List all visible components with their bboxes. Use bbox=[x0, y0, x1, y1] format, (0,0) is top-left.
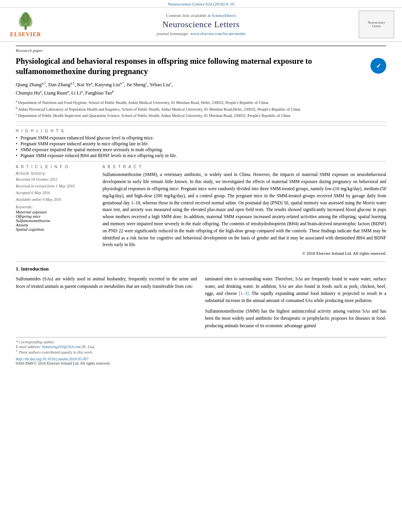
highlight-item-4: Prgnant SMM exposure reduced BH4 and BDN… bbox=[16, 153, 386, 158]
highlight-item-3: SMM exposure impaired the spatial memory… bbox=[16, 147, 386, 152]
title-area: Physiological and behavioral responses i… bbox=[16, 56, 386, 76]
accepted-date: Accepted 6 May 2016 bbox=[16, 191, 95, 195]
keyword-2: Offspring mice bbox=[16, 214, 95, 219]
keyword-3: Sulfamonomethoxine bbox=[16, 219, 95, 223]
svg-point-4 bbox=[22, 12, 29, 23]
received-date: Received 18 October 2015 bbox=[16, 177, 95, 182]
author-list: Qiang Zhanga,1, Dan Zhanga,1, Kui Yea, K… bbox=[16, 82, 173, 96]
keywords-label: Keywords: bbox=[16, 205, 95, 209]
highlights-label: H I G H L I G H T S bbox=[16, 129, 386, 133]
history-label: Article history: bbox=[16, 171, 95, 176]
journal-header: ELSEVIER Contents lists available at Sci… bbox=[0, 7, 402, 42]
introduction-two-col: Sulfonamides (SAs) are widely used in an… bbox=[16, 275, 386, 329]
authors-line: Qiang Zhanga,1, Dan Zhanga,1, Kui Yea, K… bbox=[16, 80, 386, 97]
article-info-label: A R T I C L E I N F O bbox=[16, 165, 95, 169]
contents-line: Contents lists available at ScienceDirec… bbox=[43, 13, 359, 18]
email-person: (K. Liu). bbox=[82, 345, 95, 349]
received-revised-date: Received in revised form 1 May 2016 bbox=[16, 184, 95, 188]
elsevier-tree-icon bbox=[16, 11, 35, 31]
email-label: E-mail address: bbox=[16, 345, 41, 349]
copyright-line: © 2016 Elsevier Ireland Ltd. All rights … bbox=[102, 251, 386, 256]
footer-notes: * Corresponding author. E-mail address: … bbox=[16, 337, 386, 365]
intro-col-left: Sulfonamides (SAs) are widely used in an… bbox=[16, 275, 197, 329]
email-note: E-mail address: liukaiying163@163.com (K… bbox=[16, 345, 386, 349]
highlights-section: H I G H L I G H T S Pregnant SMM exposur… bbox=[16, 125, 386, 158]
keywords-list: Maternal exposure Offspring mice Sulfamo… bbox=[16, 210, 95, 232]
journal-reference: Neuroscience Letters 624 (2016) 8–16 bbox=[168, 2, 234, 6]
corresponding-note: * Corresponding author. bbox=[16, 340, 386, 344]
journal-header-center: Contents lists available at ScienceDirec… bbox=[43, 13, 359, 36]
introduction-section: 1. Introduction Sulfonamides (SAs) are w… bbox=[16, 261, 386, 329]
reference-1-3[interactable]: [1–3] bbox=[239, 291, 249, 296]
sciencedirect-link[interactable]: ScienceDirect bbox=[212, 13, 236, 18]
highlight-item-2: Pregnant SMM exposure induced anxiety in… bbox=[16, 141, 386, 146]
article-info-col: A R T I C L E I N F O Article history: R… bbox=[16, 165, 95, 256]
article-type-label: Research paper bbox=[16, 46, 386, 53]
doi-line: http://dx.doi.org/10.1016/j.neulet.2016.… bbox=[16, 357, 386, 361]
intro-para-3: Sulfamonomethoxine (SMM) has the highest… bbox=[205, 308, 386, 329]
affiliations: a Department of Nutrition and Food Hygie… bbox=[16, 99, 386, 122]
article-info-abstract-section: A R T I C L E I N F O Article history: R… bbox=[16, 161, 386, 256]
available-online-date: Available online 9 May 2016 bbox=[16, 197, 95, 202]
affiliation-c: c Department of Public Health Inspection… bbox=[16, 112, 386, 119]
keywords-section: Keywords: Maternal exposure Offspring mi… bbox=[16, 205, 95, 232]
keyword-5: Spatial cognition bbox=[16, 227, 95, 232]
intro-para-1: Sulfonamides (SAs) are widely used in an… bbox=[16, 275, 197, 290]
homepage-line: journal homepage: www.elsevier.com/locat… bbox=[43, 31, 359, 36]
affiliation-b: b Anhui Provincial Laboratory of Populat… bbox=[16, 106, 386, 112]
crossmark-logo[interactable]: ✓ bbox=[370, 58, 386, 74]
highlight-item-1: Pregnant SMM exposure enhanced blood glu… bbox=[16, 135, 386, 140]
neuroscience-logo-box: NeuroscienceLetters bbox=[359, 11, 394, 38]
main-content: Research paper Physiological and behavio… bbox=[0, 42, 402, 373]
abstract-text: Sulfamonomethoxine (SMM), a veterinary a… bbox=[102, 171, 386, 248]
equal-contrib-note: 1 These authors contributed equally to t… bbox=[16, 349, 386, 354]
crossmark-icon: ✓ bbox=[376, 62, 381, 70]
abstract-col: A B S T R A C T Sulfamonomethoxine (SMM)… bbox=[102, 165, 386, 256]
intro-col-right: taminated sites to surrounding water. Th… bbox=[205, 275, 386, 329]
journal-reference-bar: Neuroscience Letters 624 (2016) 8–16 bbox=[0, 0, 402, 7]
introduction-heading: 1. Introduction bbox=[16, 266, 386, 272]
intro-para-2: taminated sites to surrounding water. Th… bbox=[205, 275, 386, 304]
homepage-link[interactable]: www.elsevier.com/locate/neulet bbox=[190, 31, 245, 36]
elsevier-logo: ELSEVIER bbox=[8, 11, 43, 38]
affiliation-a: a Department of Nutrition and Food Hygie… bbox=[16, 99, 386, 106]
issn-line: 0304-3940/© 2016 Elsevier Ireland Ltd. A… bbox=[16, 361, 386, 365]
abstract-label: A B S T R A C T bbox=[102, 165, 386, 169]
article-title: Physiological and behavioral responses i… bbox=[16, 56, 370, 76]
keyword-1: Maternal exposure bbox=[16, 210, 95, 214]
elsevier-label: ELSEVIER bbox=[10, 32, 41, 38]
email-link[interactable]: liukaiying163@163.com bbox=[42, 345, 80, 349]
corresponding-label: * Corresponding author. bbox=[16, 340, 54, 344]
journal-title: Neuroscience Letters bbox=[43, 19, 359, 30]
doi-link[interactable]: http://dx.doi.org/10.1016/j.neulet.2016.… bbox=[16, 357, 89, 361]
highlights-list: Pregnant SMM exposure enhanced blood glu… bbox=[16, 135, 386, 158]
keyword-4: Anxiety bbox=[16, 223, 95, 227]
